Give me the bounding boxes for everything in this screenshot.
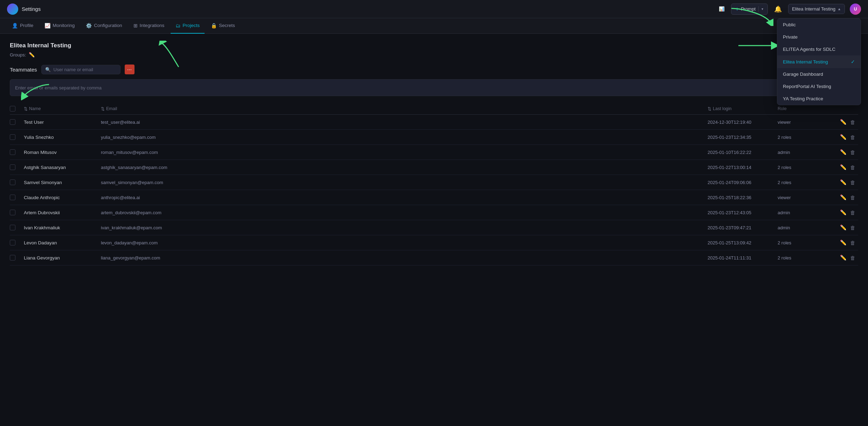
row-delete-button-7[interactable]: 🗑 [850,225,855,231]
row-checkbox-4[interactable] [10,180,15,185]
row-delete-button-2[interactable]: 🗑 [850,149,855,155]
row-checkbox-col-4 [10,180,24,185]
bell-button[interactable]: 🔔 [773,4,783,14]
row-delete-button-9[interactable]: 🗑 [850,255,855,261]
table-row: Levon Dadayan levon_dadayan@epam.com 202… [10,235,858,250]
col-header-email[interactable]: ⇅ Email [101,106,708,111]
row-checkbox-col-9 [10,255,24,261]
tab-profile-label: Profile [20,23,33,28]
table-row: Roman Mitusov roman_mitusov@epam.com 202… [10,145,858,160]
row-delete-button-0[interactable]: 🗑 [850,119,855,125]
avatar[interactable]: U [850,4,861,15]
col-header-last-login[interactable]: ⇅ Last login [708,106,778,111]
row-email-5: anthropic@elitea.ai [101,195,708,200]
prompt-chevron-icon: ▾ [762,7,763,11]
row-edit-button-5[interactable]: ✏️ [840,194,847,201]
workspace-dropdown: Public Private ELITEA Agents for SDLC El… [777,18,861,105]
row-last-login-0: 2024-12-30T12:19:40 [708,120,778,125]
row-checkbox-col-3 [10,164,24,170]
invite-bar: ⋯ Roles ▾ Invite [10,79,858,96]
select-all-checkbox[interactable] [10,106,15,111]
prompt-button[interactable]: + Prompt ▾ [731,4,768,15]
chart-icon: 📊 [719,6,725,12]
bell-icon: 🔔 [774,5,782,13]
dropdown-item-garage[interactable]: Garage Dashboard [777,68,861,80]
row-role-1: 2 roles [778,135,830,140]
row-checkbox-col-7 [10,225,24,230]
row-role-9: 2 roles [778,255,830,261]
row-name-8: Levon Dadayan [24,240,101,245]
row-edit-button-8[interactable]: ✏️ [840,239,847,246]
row-edit-button-6[interactable]: ✏️ [840,209,847,216]
dropdown-item-ya-testing[interactable]: YA Testing Practice [777,93,861,105]
row-delete-button-4[interactable]: 🗑 [850,180,855,185]
tab-profile[interactable]: 👤 Profile [7,18,38,34]
tab-configuration[interactable]: ⚙️ Configuration [81,18,127,34]
row-email-8: levon_dadayan@epam.com [101,240,708,245]
search-input[interactable] [54,67,117,72]
page-header: Elitea Internal Testing Groups: ✏️ [10,42,858,58]
invite-email-input[interactable] [15,85,776,90]
chart-icon-button[interactable]: 📊 [717,5,726,13]
secondary-nav: 👤 Profile 📈 Monitoring ⚙️ Configuration … [0,18,868,34]
dropdown-item-private[interactable]: Private [777,31,861,43]
row-last-login-8: 2025-01-25T13:09:42 [708,240,778,245]
row-edit-button-2[interactable]: ✏️ [840,149,847,155]
row-checkbox-1[interactable] [10,134,15,140]
dropdown-item-elitea-agents[interactable]: ELITEA Agents for SDLC [777,43,861,55]
row-checkbox-col-5 [10,195,24,200]
row-delete-button-1[interactable]: 🗑 [850,134,855,140]
row-edit-button-9[interactable]: ✏️ [840,255,847,261]
row-delete-button-8[interactable]: 🗑 [850,240,855,246]
col-header-role[interactable]: Role [778,106,830,111]
tab-projects[interactable]: 🗂 Projects [171,18,205,34]
row-delete-button-6[interactable]: 🗑 [850,210,855,216]
row-email-0: test_user@elitea.ai [101,120,708,125]
col-header-name[interactable]: ⇅ Name [24,106,101,111]
table-row: Claude Anthropic anthropic@elitea.ai 202… [10,190,858,205]
row-checkbox-3[interactable] [10,164,15,170]
row-checkbox-col-6 [10,210,24,215]
groups-edit-button[interactable]: ✏️ [29,52,35,58]
dropdown-item-reportportal[interactable]: ReportPortal AI Testing [777,80,861,93]
tab-secrets[interactable]: 🔒 Secrets [206,18,240,34]
tab-secrets-label: Secrets [219,23,235,28]
row-edit-button-4[interactable]: ✏️ [840,179,847,185]
row-delete-button-3[interactable]: 🗑 [850,164,855,170]
row-last-login-5: 2025-01-25T18:22:36 [708,195,778,200]
groups-label: Groups: [10,52,26,58]
col-role-label: Role [778,106,787,111]
row-checkbox-5[interactable] [10,195,15,200]
row-edit-button-3[interactable]: ✏️ [840,164,847,170]
table-row: Astghik Sanasaryan astghik_sanasaryan@ep… [10,160,858,175]
row-actions-6: ✏️ 🗑 [830,209,858,216]
row-checkbox-9[interactable] [10,255,15,261]
row-edit-button-0[interactable]: ✏️ [840,119,847,125]
tab-monitoring[interactable]: 📈 Monitoring [40,18,80,34]
row-role-8: 2 roles [778,240,830,245]
row-name-9: Liana Gevorgyan [24,255,101,261]
row-last-login-7: 2025-01-23T09:47:21 [708,225,778,230]
filter-button[interactable]: ⋯ [125,65,135,74]
tab-integrations[interactable]: ⊞ Integrations [129,18,170,34]
row-email-1: yulia_snezhko@epam.com [101,135,708,140]
row-checkbox-8[interactable] [10,240,15,245]
row-checkbox-2[interactable] [10,149,15,155]
plus-icon: + [736,6,739,12]
dropdown-item-public[interactable]: Public [777,19,861,31]
teammates-section-header: Teammates 🔍 ⋯ [10,65,858,74]
row-delete-button-5[interactable]: 🗑 [850,195,855,201]
row-name-0: Test User [24,120,101,125]
tab-monitoring-label: Monitoring [53,23,75,28]
dropdown-item-elitea-internal[interactable]: Elitea Internal Testing ✓ [777,55,861,68]
logo-icon [7,4,18,15]
row-checkbox-7[interactable] [10,225,15,230]
row-checkbox-6[interactable] [10,210,15,215]
row-edit-button-7[interactable]: ✏️ [840,224,847,231]
tab-projects-label: Projects [182,23,200,28]
workspace-selector[interactable]: Elitea Internal Testing ▲ [788,4,845,14]
row-edit-button-1[interactable]: ✏️ [840,134,847,140]
row-actions-5: ✏️ 🗑 [830,194,858,201]
row-name-5: Claude Anthropic [24,195,101,200]
row-checkbox-0[interactable] [10,119,15,125]
